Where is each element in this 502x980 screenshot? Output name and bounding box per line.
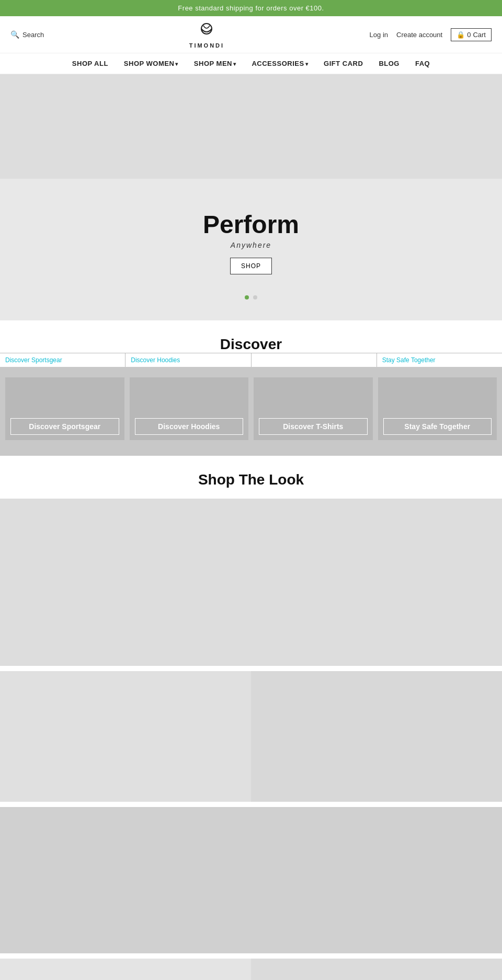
login-link[interactable]: Log in [370, 31, 388, 39]
hero-section: Perform Anywhere SHOP [0, 74, 502, 320]
create-account-link[interactable]: Create account [396, 31, 442, 39]
header-actions: Log in Create account 🔒 0 Cart [370, 28, 492, 41]
look-image-1 [0, 499, 502, 666]
search-icon: 🔍 [10, 30, 19, 39]
hero-dot-1[interactable] [245, 295, 249, 299]
nav-item-shop-men[interactable]: SHOP MEN▾ [194, 60, 236, 67]
hero-subtitle: Anywhere [203, 241, 299, 249]
discover-title: Discover [0, 336, 502, 353]
shop-the-look-section: Shop The Look [0, 456, 502, 980]
cart-count: 0 [467, 31, 471, 39]
hero-dot-2[interactable] [253, 295, 257, 299]
logo-area[interactable]: TIMONDI [189, 20, 224, 49]
discover-card-2[interactable]: Discover Hoodies [130, 377, 249, 440]
look-image-5 [0, 959, 251, 980]
logo-icon [196, 20, 217, 41]
discover-card-1[interactable]: Discover Sportsgear [5, 377, 124, 440]
discover-section: Discover Discover Sportsgear Discover Ho… [0, 320, 502, 456]
category-label-3 [252, 353, 377, 367]
nav-item-accessories[interactable]: ACCESSORIES▾ [252, 60, 308, 67]
hero-content: Perform Anywhere SHOP [203, 179, 299, 285]
discover-card-label-4: Stay Safe Together [383, 418, 492, 435]
chevron-down-icon: ▾ [175, 61, 178, 67]
discover-card-label-3: Discover T-Shirts [259, 418, 368, 435]
discover-cards: Discover Sportsgear Discover Hoodies Dis… [0, 367, 502, 456]
look-row-4 [0, 959, 502, 980]
discover-card-4[interactable]: Stay Safe Together [378, 377, 497, 440]
hero-image [0, 74, 502, 179]
banner-text: Free standard shipping for orders over €… [178, 4, 324, 12]
category-strip: Discover Sportsgear Discover Hoodies Sta… [0, 353, 502, 367]
category-label-1[interactable]: Discover Sportsgear [0, 353, 126, 367]
look-row-2 [0, 671, 502, 802]
look-image-2 [0, 671, 251, 802]
category-label-2[interactable]: Discover Hoodies [126, 353, 251, 367]
main-nav: SHOP ALL SHOP WOMEN▾ SHOP MEN▾ ACCESSORI… [0, 53, 502, 74]
nav-item-blog[interactable]: BLOG [379, 60, 400, 67]
nav-item-shop-all[interactable]: SHOP ALL [72, 60, 108, 67]
shop-the-look-title: Shop The Look [0, 471, 502, 488]
top-banner: Free standard shipping for orders over €… [0, 0, 502, 16]
lock-icon: 🔒 [457, 31, 465, 39]
discover-card-label-2: Discover Hoodies [135, 418, 244, 435]
search-label: Search [22, 31, 44, 39]
nav-item-faq[interactable]: FAQ [415, 60, 430, 67]
category-label-4[interactable]: Stay Safe Together [377, 353, 502, 367]
hero-shop-button[interactable]: SHOP [230, 258, 272, 274]
cart-label: Cart [473, 31, 486, 39]
search-area[interactable]: 🔍 Search [10, 30, 44, 39]
discover-card-3[interactable]: Discover T-Shirts [254, 377, 373, 440]
header: 🔍 Search TIMONDI Log in Create account 🔒… [0, 16, 502, 53]
cart-button[interactable]: 🔒 0 Cart [451, 28, 492, 41]
logo-name: TIMONDI [189, 42, 224, 49]
hero-title: Perform [203, 210, 299, 239]
look-image-3 [251, 671, 502, 802]
chevron-down-icon: ▾ [233, 61, 236, 67]
discover-card-label-1: Discover Sportsgear [10, 418, 119, 435]
nav-item-gift-card[interactable]: GIFT CARD [324, 60, 363, 67]
look-image-6 [251, 959, 502, 980]
look-image-4 [0, 807, 502, 953]
nav-item-shop-women[interactable]: SHOP WOMEN▾ [124, 60, 178, 67]
chevron-down-icon: ▾ [305, 61, 309, 67]
hero-dots [245, 295, 257, 299]
